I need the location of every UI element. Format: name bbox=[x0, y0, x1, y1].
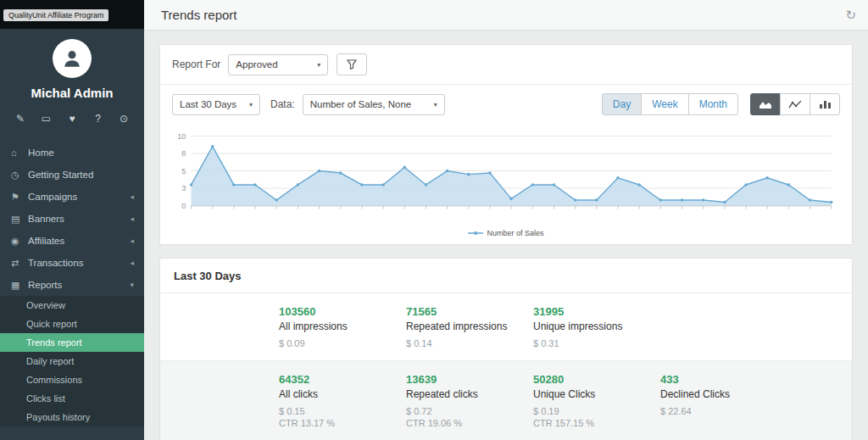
chevron-left-icon: ◂ bbox=[130, 237, 134, 245]
bar-chart-button[interactable] bbox=[810, 93, 840, 115]
stat-value: 13639 bbox=[406, 373, 533, 386]
stat-sub: $ 22.64 bbox=[660, 406, 787, 416]
legend-marker-icon bbox=[468, 231, 483, 236]
stat-value: 71565 bbox=[406, 305, 533, 318]
stat-value: 64352 bbox=[279, 373, 406, 386]
caret-down-icon: ▾ bbox=[434, 101, 437, 109]
chart-options-row: Last 30 Days ▾ Data: Number of Sales, No… bbox=[160, 85, 852, 124]
period-day-button[interactable]: Day bbox=[602, 93, 642, 115]
area-chart-button[interactable] bbox=[750, 93, 781, 115]
stat-ctr: CTR 19.06 % bbox=[406, 418, 533, 428]
stats-title: Last 30 Days bbox=[160, 259, 852, 292]
sidebar-item-daily-report[interactable]: Daily report bbox=[0, 352, 144, 370]
area-chart-icon bbox=[759, 99, 772, 109]
chevron-left-icon: ◂ bbox=[130, 214, 134, 223]
program-badge: QualityUnit Affiliate Program bbox=[3, 9, 108, 21]
sidebar-item-quick-report[interactable]: Quick report bbox=[0, 315, 144, 333]
clock-icon: ◷ bbox=[11, 170, 28, 181]
caret-down-icon: ▾ bbox=[249, 101, 253, 109]
avatar[interactable] bbox=[53, 39, 92, 78]
sidebar-item-label: Reports bbox=[28, 280, 130, 290]
main-content: Report For Approved ▾ Last 30 Days ▾ Dat… bbox=[144, 31, 868, 440]
stat-label: All impressions bbox=[279, 320, 406, 332]
svg-text:3: 3 bbox=[181, 184, 186, 192]
user-profile: Michal Admin ✎ ▭ ♥ ? ⊙ bbox=[0, 29, 144, 125]
date-range-value: Last 30 Days bbox=[180, 99, 236, 109]
stats-row-clicks: 64352 All clicks $ 0.15 CTR 13.17 % 1363… bbox=[160, 360, 852, 440]
stat-sub: $ 0.14 bbox=[406, 338, 533, 348]
date-range-select[interactable]: Last 30 Days ▾ bbox=[172, 94, 260, 115]
sidebar-item-label: Banners bbox=[28, 214, 130, 224]
refresh-icon[interactable]: ↻ bbox=[845, 8, 856, 23]
stat-cell-all-clicks: 64352 All clicks $ 0.15 CTR 13.17 % bbox=[279, 373, 406, 428]
sidebar-top: QualityUnit Affiliate Program bbox=[0, 0, 144, 29]
top-bar: Trends report ↻ bbox=[144, 0, 868, 31]
filter-button[interactable] bbox=[337, 53, 367, 75]
affiliates-icon: ◉ bbox=[11, 236, 28, 247]
svg-text:0: 0 bbox=[181, 202, 186, 210]
chart-type-button-group bbox=[750, 93, 840, 115]
stat-value: 50280 bbox=[533, 373, 660, 386]
reports-icon: ▦ bbox=[11, 280, 28, 291]
sidebar-item-home[interactable]: ⌂ Home bbox=[0, 142, 144, 164]
sidebar-item-payouts-history[interactable]: Payouts history bbox=[0, 408, 144, 426]
svg-text:5: 5 bbox=[181, 167, 186, 175]
user-name: Michal Admin bbox=[0, 86, 144, 100]
transactions-icon: ⇄ bbox=[11, 258, 28, 269]
legend-label: Number of Sales bbox=[487, 229, 543, 237]
data-series-select[interactable]: Number of Sales, None ▾ bbox=[303, 94, 445, 115]
sidebar-item-commissions[interactable]: Commissions bbox=[0, 370, 144, 389]
period-month-button[interactable]: Month bbox=[688, 93, 738, 115]
stat-sub: $ 0.19 bbox=[533, 406, 660, 416]
sidebar-item-campaigns[interactable]: ⚑ Campaigns ◂ bbox=[0, 186, 144, 208]
sidebar-item-label: Transactions bbox=[28, 258, 130, 268]
trend-chart-plot[interactable]: 035810 bbox=[169, 129, 843, 229]
caret-down-icon: ▾ bbox=[317, 61, 320, 69]
sidebar: QualityUnit Affiliate Program Michal Adm… bbox=[0, 0, 144, 440]
stat-cell-declined-clicks: 433 Declined Clicks $ 22.64 bbox=[660, 373, 787, 428]
report-for-select[interactable]: Approved ▾ bbox=[228, 54, 328, 75]
svg-text:8: 8 bbox=[181, 149, 186, 158]
stat-label: Unique Clicks bbox=[533, 388, 660, 400]
stat-cell-unique-clicks: 50280 Unique Clicks $ 0.19 CTR 157.15 % bbox=[533, 373, 660, 428]
edit-icon[interactable]: ✎ bbox=[14, 113, 27, 125]
sidebar-menu: ⌂ Home ◷ Getting Started ⚑ Campaigns ◂ ▤… bbox=[0, 142, 144, 426]
reports-submenu: Overview Quick report Trends report Dail… bbox=[0, 296, 144, 426]
stat-value: 433 bbox=[660, 373, 787, 386]
sidebar-item-banners[interactable]: ▤ Banners ◂ bbox=[0, 208, 144, 230]
sidebar-item-clicks-list[interactable]: Clicks list bbox=[0, 389, 144, 408]
heart-icon[interactable]: ♥ bbox=[65, 113, 79, 125]
stat-ctr: CTR 157.15 % bbox=[533, 418, 660, 428]
stat-sub: $ 0.31 bbox=[533, 338, 660, 348]
line-chart-icon bbox=[788, 99, 802, 109]
sidebar-item-affiliates[interactable]: ◉ Affiliates ◂ bbox=[0, 230, 144, 252]
sidebar-item-getting-started[interactable]: ◷ Getting Started bbox=[0, 164, 144, 186]
banners-icon: ▤ bbox=[11, 214, 28, 225]
user-tools: ✎ ▭ ♥ ? ⊙ bbox=[0, 100, 144, 125]
chart-legend: Number of Sales bbox=[160, 229, 852, 244]
help-icon[interactable]: ? bbox=[92, 113, 105, 125]
home-icon: ⌂ bbox=[11, 148, 28, 158]
stat-value: 31995 bbox=[533, 305, 660, 318]
stat-ctr: CTR 13.17 % bbox=[279, 418, 406, 428]
stats-row-impressions: 103560 All impressions $ 0.09 71565 Repe… bbox=[160, 292, 852, 360]
sidebar-item-overview[interactable]: Overview bbox=[0, 296, 144, 315]
stat-label: All clicks bbox=[279, 388, 406, 400]
sidebar-item-trends-report[interactable]: Trends report bbox=[0, 333, 144, 352]
bar-chart-icon bbox=[818, 99, 832, 109]
svg-text:10: 10 bbox=[177, 131, 186, 140]
sidebar-item-transactions[interactable]: ⇄ Transactions ◂ bbox=[0, 252, 144, 274]
sidebar-item-reports[interactable]: ▦ Reports ▾ bbox=[0, 274, 144, 296]
filter-icon bbox=[347, 59, 357, 70]
period-week-button[interactable]: Week bbox=[641, 93, 688, 115]
power-icon[interactable]: ⊙ bbox=[117, 113, 131, 125]
sidebar-item-label: Affiliates bbox=[28, 236, 130, 246]
stat-label: Repeated impressions bbox=[406, 320, 533, 332]
monitor-icon[interactable]: ▭ bbox=[40, 113, 53, 125]
data-series-value: Number of Sales, None bbox=[310, 99, 412, 109]
stat-sub: $ 0.15 bbox=[279, 406, 406, 416]
stat-cell-repeated-clicks: 13639 Repeated clicks $ 0.72 CTR 19.06 % bbox=[406, 373, 533, 428]
page-title: Trends report bbox=[161, 8, 236, 22]
report-for-value: Approved bbox=[236, 59, 277, 70]
line-chart-button[interactable] bbox=[780, 93, 810, 115]
